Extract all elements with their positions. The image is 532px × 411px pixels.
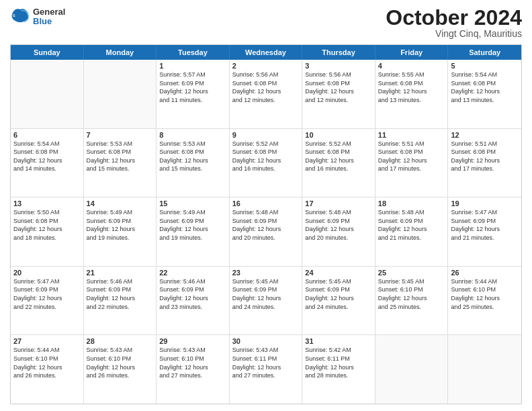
day-number-14: 14 [87,199,154,208]
cell-info-29: Sunrise: 5:43 AMSunset: 6:10 PMDaylight:… [159,346,226,379]
cal-cell-1: 1Sunrise: 5:57 AMSunset: 6:09 PMDaylight… [157,60,230,128]
cell-info-30: Sunrise: 5:43 AMSunset: 6:11 PMDaylight:… [232,346,300,379]
weekday-tuesday: Tuesday [157,45,230,60]
day-number-19: 19 [451,199,519,208]
cell-info-25: Sunrise: 5:45 AMSunset: 6:10 PMDaylight:… [378,277,445,311]
header: G General Blue October 2024 Vingt Cinq, … [10,7,522,39]
cell-info-7: Sunrise: 5:53 AMSunset: 6:08 PMDaylight:… [87,140,154,173]
day-number-22: 22 [159,269,226,277]
cell-info-2: Sunrise: 5:56 AMSunset: 6:08 PMDaylight:… [232,71,300,104]
svg-text:G: G [13,13,15,17]
cell-info-3: Sunrise: 5:56 AMSunset: 6:08 PMDaylight:… [305,71,372,104]
weekday-thursday: Thursday [302,45,375,60]
cal-cell-17: 17Sunrise: 5:48 AMSunset: 6:09 PMDayligh… [302,197,375,266]
cell-info-26: Sunrise: 5:44 AMSunset: 6:10 PMDaylight:… [451,277,519,311]
cal-cell-28: 28Sunrise: 5:43 AMSunset: 6:10 PMDayligh… [84,335,157,404]
cell-info-20: Sunrise: 5:47 AMSunset: 6:09 PMDaylight:… [13,277,81,311]
cell-info-31: Sunrise: 5:42 AMSunset: 6:11 PMDaylight:… [305,346,372,379]
cal-cell-18: 18Sunrise: 5:48 AMSunset: 6:09 PMDayligh… [375,197,449,266]
cal-cell-10: 10Sunrise: 5:52 AMSunset: 6:08 PMDayligh… [302,129,375,197]
logo-blue: Blue [33,17,65,26]
cal-cell-26: 26Sunrise: 5:44 AMSunset: 6:10 PMDayligh… [448,267,521,335]
cal-cell-11: 11Sunrise: 5:51 AMSunset: 6:08 PMDayligh… [375,129,449,197]
cal-row-4: 27Sunrise: 5:44 AMSunset: 6:10 PMDayligh… [11,335,521,404]
cell-info-27: Sunrise: 5:44 AMSunset: 6:10 PMDaylight:… [13,346,81,379]
cal-row-0: 1Sunrise: 5:57 AMSunset: 6:09 PMDaylight… [11,60,521,129]
title-block: October 2024 Vingt Cinq, Mauritius [386,7,522,39]
cal-cell-4: 4Sunrise: 5:55 AMSunset: 6:08 PMDaylight… [375,60,449,128]
month-title: October 2024 [386,7,522,28]
cal-row-2: 13Sunrise: 5:50 AMSunset: 6:08 PMDayligh… [11,197,521,267]
cell-info-28: Sunrise: 5:43 AMSunset: 6:10 PMDaylight:… [87,346,154,379]
day-number-28: 28 [87,337,154,345]
location: Vingt Cinq, Mauritius [386,28,522,39]
cal-cell-25: 25Sunrise: 5:45 AMSunset: 6:10 PMDayligh… [375,267,449,335]
day-number-11: 11 [378,131,445,139]
day-number-30: 30 [232,337,300,345]
cell-info-23: Sunrise: 5:45 AMSunset: 6:09 PMDaylight:… [232,277,300,311]
cell-info-4: Sunrise: 5:55 AMSunset: 6:08 PMDaylight:… [378,71,445,104]
cell-info-6: Sunrise: 5:54 AMSunset: 6:08 PMDaylight:… [13,140,81,173]
day-number-4: 4 [378,62,445,70]
cal-cell-24: 24Sunrise: 5:45 AMSunset: 6:09 PMDayligh… [302,267,375,335]
day-number-31: 31 [305,337,372,345]
cell-info-13: Sunrise: 5:50 AMSunset: 6:08 PMDaylight:… [13,208,81,242]
day-number-7: 7 [87,131,154,139]
cell-info-16: Sunrise: 5:48 AMSunset: 6:09 PMDaylight:… [232,208,300,242]
cal-cell-29: 29Sunrise: 5:43 AMSunset: 6:10 PMDayligh… [157,335,230,404]
cell-info-22: Sunrise: 5:46 AMSunset: 6:09 PMDaylight:… [159,277,226,311]
cal-cell-5: 5Sunrise: 5:54 AMSunset: 6:08 PMDaylight… [448,60,521,128]
cell-info-11: Sunrise: 5:51 AMSunset: 6:08 PMDaylight:… [378,140,445,173]
day-number-6: 6 [13,131,81,139]
day-number-25: 25 [378,269,445,277]
cal-cell-12: 12Sunrise: 5:51 AMSunset: 6:08 PMDayligh… [448,129,521,197]
cell-info-18: Sunrise: 5:48 AMSunset: 6:09 PMDaylight:… [378,208,445,242]
cal-cell-20: 20Sunrise: 5:47 AMSunset: 6:09 PMDayligh… [11,267,84,335]
cal-cell-22: 22Sunrise: 5:46 AMSunset: 6:09 PMDayligh… [157,267,230,335]
day-number-13: 13 [13,199,81,208]
day-number-24: 24 [305,269,372,277]
day-number-1: 1 [159,62,226,70]
day-number-9: 9 [232,131,300,139]
cell-info-19: Sunrise: 5:47 AMSunset: 6:09 PMDaylight:… [451,208,519,242]
cal-row-1: 6Sunrise: 5:54 AMSunset: 6:08 PMDaylight… [11,129,521,198]
logo-general: General [33,7,65,17]
weekday-saturday: Saturday [448,45,521,60]
cal-cell-27: 27Sunrise: 5:44 AMSunset: 6:10 PMDayligh… [11,335,84,404]
cal-cell-14: 14Sunrise: 5:49 AMSunset: 6:09 PMDayligh… [84,197,157,266]
cal-cell-16: 16Sunrise: 5:48 AMSunset: 6:09 PMDayligh… [230,197,303,266]
cal-cell-30: 30Sunrise: 5:43 AMSunset: 6:11 PMDayligh… [230,335,303,404]
day-number-23: 23 [232,269,300,277]
cell-info-5: Sunrise: 5:54 AMSunset: 6:08 PMDaylight:… [451,71,519,104]
day-number-15: 15 [159,199,226,208]
cal-cell-empty-0-1 [84,60,157,128]
cal-cell-9: 9Sunrise: 5:52 AMSunset: 6:08 PMDaylight… [230,129,303,197]
day-number-2: 2 [232,62,300,70]
cell-info-9: Sunrise: 5:52 AMSunset: 6:08 PMDaylight:… [232,140,300,173]
day-number-12: 12 [451,131,519,139]
day-number-21: 21 [87,269,154,277]
cal-cell-7: 7Sunrise: 5:53 AMSunset: 6:08 PMDaylight… [84,129,157,197]
cell-info-8: Sunrise: 5:53 AMSunset: 6:08 PMDaylight:… [159,140,226,173]
weekday-sunday: Sunday [11,45,84,60]
cal-cell-empty-0-0 [11,60,84,128]
cal-row-3: 20Sunrise: 5:47 AMSunset: 6:09 PMDayligh… [11,267,521,336]
day-number-27: 27 [13,337,81,345]
cal-cell-15: 15Sunrise: 5:49 AMSunset: 6:09 PMDayligh… [157,197,230,266]
cell-info-24: Sunrise: 5:45 AMSunset: 6:09 PMDaylight:… [305,277,372,311]
cal-cell-6: 6Sunrise: 5:54 AMSunset: 6:08 PMDaylight… [11,129,84,197]
cell-info-15: Sunrise: 5:49 AMSunset: 6:09 PMDaylight:… [159,208,226,242]
logo-icon: G [10,7,30,27]
calendar: SundayMondayTuesdayWednesdayThursdayFrid… [10,44,522,404]
cell-info-12: Sunrise: 5:51 AMSunset: 6:08 PMDaylight:… [451,140,519,173]
cal-cell-13: 13Sunrise: 5:50 AMSunset: 6:08 PMDayligh… [11,197,84,266]
cal-cell-empty-4-6 [448,335,521,404]
day-number-10: 10 [305,131,372,139]
cal-cell-31: 31Sunrise: 5:42 AMSunset: 6:11 PMDayligh… [302,335,375,404]
weekday-friday: Friday [375,45,449,60]
cell-info-17: Sunrise: 5:48 AMSunset: 6:09 PMDaylight:… [305,208,372,242]
day-number-26: 26 [451,269,519,277]
calendar-header: SundayMondayTuesdayWednesdayThursdayFrid… [11,45,521,60]
day-number-8: 8 [159,131,226,139]
day-number-29: 29 [159,337,226,345]
